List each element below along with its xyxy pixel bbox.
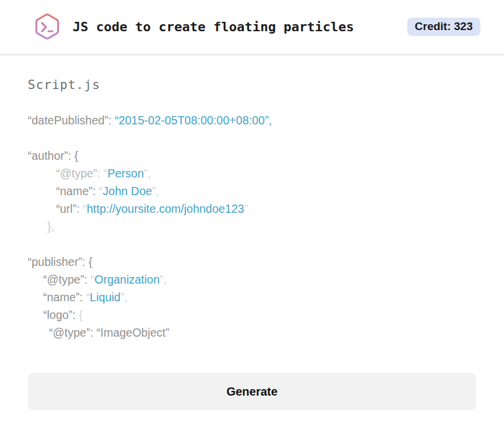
code-token: http://yoursite.com/johndoe123 — [87, 202, 244, 215]
code-token: “2015-02-05T08:00:00+08:00”, — [114, 114, 271, 127]
code-token: John Doe — [103, 185, 152, 198]
code-line: “publisher”: { — [28, 253, 476, 271]
code-token: }, — [47, 220, 54, 233]
code-token: “url”: — [56, 202, 83, 215]
code-token: ” — [244, 202, 248, 215]
main-content: Script.js “datePublished”: “2015-02-05T0… — [0, 78, 504, 410]
code-token: Organization — [94, 273, 160, 286]
code-blank-line — [28, 235, 476, 253]
script-filename: Script.js — [28, 78, 476, 92]
code-token: “publisher”: { — [28, 255, 92, 268]
code-line: “datePublished”: “2015-02-05T08:00:00+08… — [28, 111, 476, 129]
header: JS code to create floating particles Cre… — [0, 0, 504, 55]
code-token: Liquid — [90, 291, 120, 304]
code-token: “@type”: “ImageObject” — [49, 326, 169, 339]
code-token: : — [97, 167, 104, 180]
code-blank-line — [28, 129, 476, 147]
code-line: “name”: “Liquid”, — [28, 288, 476, 306]
code-token: Person — [107, 167, 144, 180]
code-token: “@type”: — [43, 273, 90, 286]
code-line: “author”: { — [28, 147, 476, 164]
code-line: “@type”: “Organization”, — [28, 271, 476, 288]
terminal-hexagon-icon — [32, 12, 62, 42]
code-block: “datePublished”: “2015-02-05T08:00:00+08… — [28, 111, 476, 341]
code-line: “name”: “John Doe”, — [28, 182, 476, 200]
code-token: ”, — [160, 273, 167, 286]
code-line: “@type”: “Person”, — [28, 164, 476, 182]
code-token: ”, — [144, 167, 151, 180]
code-token: “author”: { — [28, 149, 78, 162]
code-line: “@type”: “ImageObject” — [28, 324, 476, 341]
page-title: JS code to create floating particles — [73, 19, 354, 34]
code-line: “url”: “http://yoursite.com/johndoe123” — [28, 200, 476, 218]
code-line: “logo”: { — [28, 306, 476, 324]
code-token: “datePublished”: — [28, 114, 114, 127]
generate-button[interactable]: Generate — [28, 373, 476, 410]
code-token: “logo”: — [43, 308, 79, 321]
code-token: “@type” — [56, 167, 97, 180]
code-token: { — [79, 308, 83, 321]
code-token: ”, — [152, 185, 159, 198]
code-token: “name”: — [56, 185, 99, 198]
credit-badge: Credit: 323 — [407, 18, 480, 36]
code-token: ”, — [120, 291, 127, 304]
code-line: }, — [28, 218, 476, 235]
code-token: “name”: — [43, 291, 86, 304]
